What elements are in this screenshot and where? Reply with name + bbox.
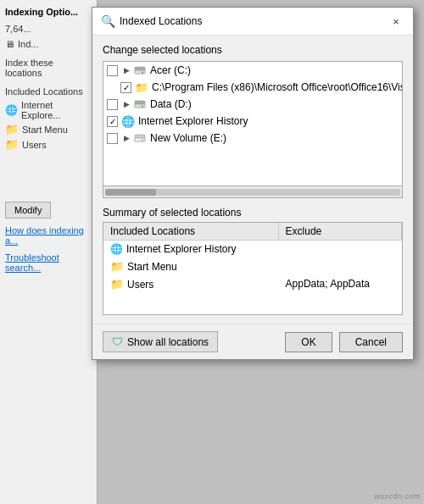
summary-table-header: Included Locations Exclude (103, 223, 402, 241)
hscroll-track[interactable] (105, 189, 400, 196)
how-indexing-link[interactable]: How does indexing a... (5, 225, 92, 246)
summary-users-icon-group: 📁 Users (110, 278, 153, 291)
drive-icon-acer (133, 64, 147, 77)
summary-users-icon: 📁 (110, 278, 124, 291)
bg-item-startmenu: 📁 Start Menu (5, 123, 92, 136)
folder-icon-2: 📁 (5, 138, 19, 151)
checkbox-newvol[interactable] (107, 133, 118, 144)
folder-icon-office: 📁 (135, 80, 148, 94)
checkbox-acer[interactable] (107, 65, 118, 76)
dialog-title-group: 🔍 Indexed Locations (101, 14, 202, 28)
summary-ie-icon: 🌐 (110, 243, 123, 255)
drive-icon-data (133, 97, 147, 111)
svg-point-8 (142, 140, 143, 141)
tree-label-ie: Internet Explorer History (138, 115, 248, 127)
bg-item-users: 📁 Users (5, 138, 92, 151)
bg-window-title: Indexing Optio... (5, 7, 92, 17)
tree-label-acer: Acer (C:) (150, 64, 191, 76)
folder-icon-1: 📁 (5, 123, 19, 136)
dialog-body: Change selected locations ▶ Acer (C:) 📁 … (92, 36, 413, 324)
summary-startmenu-exclude (278, 258, 401, 275)
svg-rect-1 (135, 70, 145, 74)
dialog-title-icon: 🔍 (101, 14, 114, 28)
bg-item-users-label: Users (22, 140, 47, 150)
svg-rect-7 (135, 138, 145, 141)
tree-row-newvol[interactable]: ▶ New Volume (E:) (103, 130, 402, 147)
tree-row-office[interactable]: 📁 C:\Program Files (x86)\Microsoft Offic… (103, 79, 403, 96)
summary-startmenu-icon: 📁 (110, 260, 124, 273)
summary-users-exclude: AppData; AppData (278, 275, 401, 293)
bg-ind-label: Ind... (18, 39, 38, 49)
troubleshoot-link[interactable]: Troubleshoot search... (5, 252, 92, 273)
summary-table-wrapper: Included Locations Exclude 🌐 Internet Ex… (103, 222, 403, 315)
location-tree[interactable]: ▶ Acer (C:) 📁 C:\Program Files (x86)\Mic… (103, 61, 403, 186)
bg-section-label: Index these locations (5, 58, 92, 78)
summary-table: Included Locations Exclude 🌐 Internet Ex… (103, 223, 402, 293)
background-window: Indexing Optio... 7,64... 🖥 Ind... Index… (0, 0, 98, 504)
change-locations-label: Change selected locations (103, 44, 403, 56)
checkbox-data[interactable] (107, 99, 118, 110)
summary-ie-icon-group: 🌐 Internet Explorer History (110, 243, 236, 255)
bg-item-ie-label: Internet Explore... (21, 100, 92, 120)
svg-rect-4 (135, 104, 145, 108)
summary-label: Summary of selected locations (103, 207, 403, 219)
bg-included-label: Included Locations (5, 86, 92, 97)
checkbox-ie[interactable] (107, 116, 118, 127)
shield-icon: 🛡 (112, 335, 123, 348)
show-all-locations-button[interactable]: 🛡 Show all locations (103, 331, 218, 352)
dialog-footer: 🛡 Show all locations OK Cancel (92, 324, 413, 359)
tree-hscroll[interactable] (103, 186, 403, 198)
hscroll-thumb[interactable] (105, 189, 156, 196)
bg-item-ie: 🌐 Internet Explore... (5, 100, 92, 120)
summary-row-users: 📁 Users AppData; AppData (103, 275, 402, 293)
summary-row-ie: 🌐 Internet Explorer History (103, 241, 402, 258)
tree-label-office: C:\Program Files (x86)\Microsoft Office\… (152, 81, 403, 93)
ie-icon: 🌐 (5, 104, 18, 116)
expand-arrow-newvol[interactable]: ▶ (121, 133, 131, 143)
summary-section: Summary of selected locations Included L… (103, 207, 403, 315)
indexed-locations-dialog: 🔍 Indexed Locations × Change selected lo… (92, 7, 414, 360)
show-all-label: Show all locations (127, 336, 209, 348)
dialog-close-button[interactable]: × (388, 13, 404, 30)
dialog-titlebar: 🔍 Indexed Locations × (92, 8, 413, 36)
bg-item-startmenu-label: Start Menu (22, 125, 68, 135)
col-exclude: Exclude (278, 223, 401, 241)
summary-row-startmenu: 📁 Start Menu (103, 258, 402, 275)
bg-stat: 7,64... (5, 24, 92, 34)
ok-button[interactable]: OK (285, 332, 332, 352)
tree-label-newvol: New Volume (E:) (150, 132, 226, 144)
tree-row-ie[interactable]: 🌐 Internet Explorer History (103, 113, 402, 130)
tree-row-acer[interactable]: ▶ Acer (C:) (103, 62, 402, 79)
checkbox-office[interactable] (120, 82, 131, 93)
tree-label-data: Data (D:) (150, 98, 192, 110)
expand-arrow-acer[interactable]: ▶ (121, 65, 131, 75)
bg-ind-icon: 🖥 (5, 39, 14, 49)
summary-startmenu-location: 📁 Start Menu (103, 258, 278, 275)
summary-startmenu-icon-group: 📁 Start Menu (110, 260, 177, 273)
drive-icon-newvol (133, 131, 147, 145)
bg-icon-row: 🖥 Ind... (5, 39, 92, 49)
ok-cancel-group: OK Cancel (285, 332, 403, 352)
ie-tree-icon: 🌐 (121, 114, 135, 128)
summary-ie-location: 🌐 Internet Explorer History (103, 241, 278, 258)
modify-button[interactable]: Modify (5, 202, 51, 219)
svg-point-2 (142, 72, 143, 74)
svg-point-5 (142, 106, 143, 108)
tree-row-data[interactable]: ▶ Data (D:) (103, 96, 402, 113)
watermark: wsxcdn.com (374, 492, 421, 501)
dialog-title-text: Indexed Locations (120, 15, 202, 27)
expand-arrow-data[interactable]: ▶ (121, 99, 131, 109)
summary-ie-exclude (278, 241, 401, 258)
col-included: Included Locations (103, 223, 278, 241)
cancel-button[interactable]: Cancel (339, 332, 403, 352)
summary-users-location: 📁 Users (103, 275, 278, 293)
